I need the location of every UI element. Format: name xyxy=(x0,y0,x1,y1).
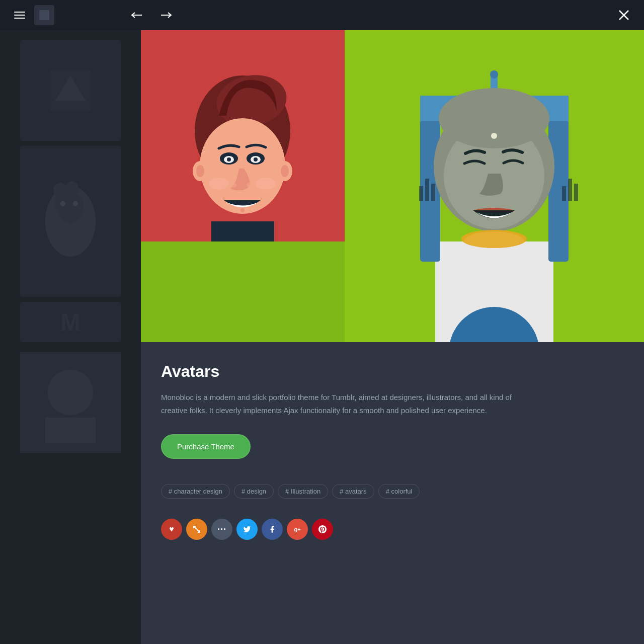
bg-wolf-image xyxy=(20,146,121,297)
hamburger-menu[interactable] xyxy=(10,8,29,23)
svg-rect-55 xyxy=(431,184,435,201)
avatar-left-image xyxy=(141,30,345,342)
tag-design[interactable]: # design xyxy=(234,484,274,499)
tag-colorful[interactable]: # colorful xyxy=(378,484,420,499)
tags-section: # character design # design # Illustrati… xyxy=(161,484,624,499)
bg-thumb-1 xyxy=(20,40,121,141)
twitter-share-button[interactable] xyxy=(236,519,258,540)
nav-arrows xyxy=(125,5,178,25)
bg-thumb-2 xyxy=(20,352,121,453)
svg-point-4 xyxy=(73,201,78,206)
modal-images xyxy=(141,30,644,342)
svg-point-50 xyxy=(439,88,549,148)
modal-panel: Avatars Monobloc is a modern and slick p… xyxy=(141,30,644,644)
svg-point-32 xyxy=(231,183,236,188)
svg-point-21 xyxy=(200,118,285,214)
reblog-icon xyxy=(192,525,201,534)
svg-point-36 xyxy=(256,178,276,190)
pinterest-icon xyxy=(318,525,327,533)
background-content: M xyxy=(0,0,141,644)
svg-rect-56 xyxy=(562,186,566,201)
more-button[interactable]: ··· xyxy=(211,519,232,540)
modal-description: Monobloc is a modern and slick portfolio… xyxy=(161,391,523,417)
svg-rect-57 xyxy=(568,179,572,201)
svg-point-33 xyxy=(247,183,252,188)
like-button[interactable]: ♥ xyxy=(161,519,182,540)
prev-button[interactable] xyxy=(125,5,149,25)
facebook-share-button[interactable] xyxy=(262,519,283,540)
svg-point-25 xyxy=(281,165,289,177)
pinterest-share-button[interactable] xyxy=(312,519,333,540)
nav-logo xyxy=(34,5,54,25)
svg-point-47 xyxy=(490,70,498,78)
svg-rect-8 xyxy=(39,10,49,20)
bg-m-logo: M xyxy=(20,302,121,342)
tag-illustration[interactable]: # Illustration xyxy=(278,484,328,499)
svg-point-52 xyxy=(461,230,527,248)
close-icon xyxy=(618,9,630,21)
arrow-right-icon xyxy=(160,9,172,21)
top-navigation xyxy=(0,0,644,30)
purchase-theme-button[interactable]: Purchase Theme xyxy=(161,434,251,459)
svg-point-51 xyxy=(491,133,497,139)
svg-point-34 xyxy=(240,208,245,212)
tag-avatars[interactable]: # avatars xyxy=(332,484,374,499)
svg-point-30 xyxy=(227,157,231,162)
svg-point-35 xyxy=(209,178,229,190)
svg-point-31 xyxy=(254,157,258,162)
svg-point-24 xyxy=(196,165,204,177)
facebook-icon xyxy=(268,525,276,533)
svg-rect-53 xyxy=(419,186,423,201)
twitter-icon xyxy=(243,525,251,533)
modal-content: Avatars Monobloc is a modern and slick p… xyxy=(141,342,644,644)
arrow-left-icon xyxy=(131,9,143,21)
svg-rect-54 xyxy=(425,179,429,201)
svg-rect-58 xyxy=(574,184,578,201)
google-share-button[interactable]: g+ xyxy=(287,519,308,540)
modal-title: Avatars xyxy=(161,362,624,381)
avatar-right-image xyxy=(345,30,644,342)
social-section: ♥ ··· g+ xyxy=(161,519,624,540)
close-button[interactable] xyxy=(614,5,634,25)
reblog-button[interactable] xyxy=(186,519,207,540)
svg-point-6 xyxy=(48,370,93,415)
next-button[interactable] xyxy=(154,5,178,25)
svg-rect-7 xyxy=(45,418,96,443)
tag-character-design[interactable]: # character design xyxy=(161,484,230,499)
svg-point-3 xyxy=(60,201,65,206)
